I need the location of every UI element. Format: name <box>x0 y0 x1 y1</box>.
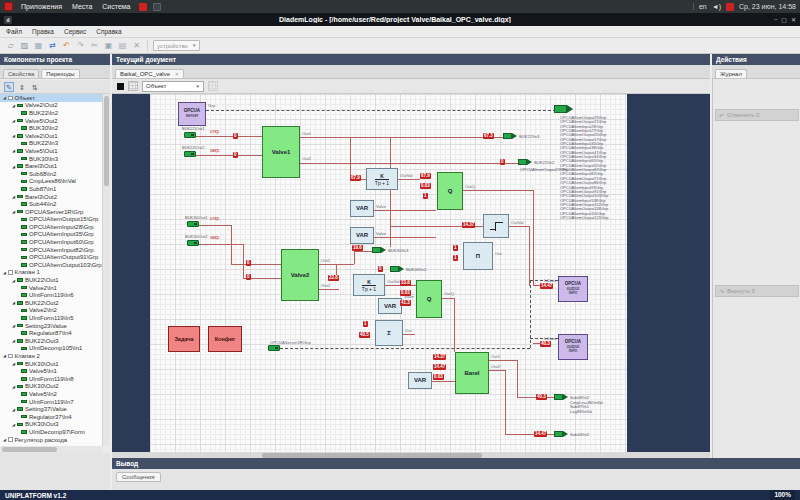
tab-properties[interactable]: Свойства <box>3 69 39 78</box>
tree-item[interactable]: UIntForm119\In6 <box>0 291 102 299</box>
tree-item[interactable]: ◢BUK22\Out3 <box>0 337 102 345</box>
toolbar-open-icon[interactable]: ▨ <box>19 40 30 51</box>
tree-item[interactable]: ◢BUK30\Out3 <box>0 421 102 429</box>
tree-item[interactable]: Regulator87\In4 <box>0 329 102 337</box>
tree-item[interactable]: BUK30\In2 <box>0 124 102 132</box>
desktop-menu-system[interactable]: Система <box>100 3 132 10</box>
desktop-menu-applications[interactable]: Приложения <box>19 3 64 10</box>
zoom-level[interactable]: 100% <box>770 490 795 500</box>
device-dropdown[interactable]: устройство ▼ <box>153 40 200 51</box>
tree-item[interactable]: Valve5\In2 <box>0 390 102 398</box>
stop-icon[interactable] <box>117 83 124 90</box>
grid-toggle-icon[interactable] <box>128 81 138 91</box>
maximize-icon[interactable]: ▢ <box>781 16 787 23</box>
tree-item[interactable]: UIntForm119\In7 <box>0 398 102 406</box>
panel-launcher-icon[interactable] <box>139 3 147 11</box>
tree-item[interactable]: BUK30\In3 <box>0 155 102 163</box>
block-barel[interactable]: Barel <box>455 352 489 394</box>
toolbar-save-icon[interactable]: ▦ <box>33 40 44 51</box>
tree-item[interactable]: Valve5\In1 <box>0 367 102 375</box>
tree-item[interactable]: UIntForm119\In5 <box>0 314 102 322</box>
block-sum1[interactable]: Σ <box>375 320 403 346</box>
input-connector[interactable] <box>184 132 196 138</box>
input-connector[interactable] <box>184 151 196 157</box>
toolbar-sync-icon[interactable]: ⇄ <box>47 40 58 51</box>
tab-journal[interactable]: Журнал <box>715 69 747 78</box>
output-connector[interactable] <box>518 159 527 165</box>
tree-item[interactable]: ◢Barel3\Out2 <box>0 193 102 201</box>
sort-arrows-icon[interactable]: ⇅ <box>30 82 40 92</box>
desktop-menu-places[interactable]: Места <box>70 3 94 10</box>
diagram-canvas[interactable]: OPCUAserverValve1KTp + 1QVARVARΠValve2KT… <box>112 94 710 452</box>
distro-logo-icon[interactable] <box>4 2 13 11</box>
block-opcua-server[interactable]: OPCUAserver <box>178 102 206 126</box>
block-konfig[interactable]: Конфиг <box>208 326 242 352</box>
output-connector[interactable] <box>554 105 567 113</box>
block-var1[interactable]: VAR <box>350 200 374 217</box>
tree-item[interactable]: OPCUAItemOutput103\Grp <box>0 261 102 269</box>
block-k1[interactable]: KTp + 1 <box>366 168 398 190</box>
block-q1[interactable]: Q <box>437 172 463 210</box>
block-zadacha[interactable]: Задача <box>168 326 200 352</box>
diagram-paper[interactable]: OPCUAserverValve1KTp + 1QVARVARΠValve2KT… <box>150 94 627 452</box>
close-icon[interactable]: ✕ <box>791 16 796 23</box>
output-connector[interactable] <box>390 266 399 272</box>
window-title-bar[interactable]: d DiademLogic - [/home/user/Red/project … <box>0 13 800 26</box>
toolbar-redo-icon[interactable]: ↷ <box>75 40 86 51</box>
output-connector[interactable] <box>554 431 563 437</box>
tree-item[interactable]: ◢Клапан 2 <box>0 352 102 360</box>
tree-item[interactable]: UIntDecomp105\In1 <box>0 345 102 353</box>
toolbar-copy-icon[interactable]: ▣ <box>103 40 114 51</box>
menu-file[interactable]: Файл <box>6 28 22 35</box>
input-connector[interactable] <box>268 345 280 351</box>
block-opcua-out1[interactable]: OPCUAoutputitem <box>558 276 588 302</box>
tree-item[interactable]: BUK22\In2 <box>0 109 102 117</box>
tree-item[interactable]: ◢Barel3\Out1 <box>0 162 102 170</box>
volume-icon[interactable]: ◄) <box>712 3 721 10</box>
object-dropdown[interactable]: Объект ▼ <box>142 81 204 92</box>
block-var3[interactable]: VAR <box>378 298 402 314</box>
tree-item[interactable]: UIntForm119\In8 <box>0 375 102 383</box>
tray-status-icon[interactable] <box>726 3 734 11</box>
tab-close-icon[interactable]: ✕ <box>175 71 179 77</box>
tree-item[interactable]: OPCUAItemInput60\Grp <box>0 238 102 246</box>
tree-item[interactable]: ◢Valve2\Out1 <box>0 132 102 140</box>
sort-updown-icon[interactable]: ⇕ <box>17 82 27 92</box>
tree-item[interactable]: ◢Valve5\Out2 <box>0 117 102 125</box>
output-connector[interactable] <box>554 394 563 400</box>
tree-item[interactable]: ◢BUK22\Out1 <box>0 276 102 284</box>
toolbar-new-file-icon[interactable]: ▱ <box>5 40 16 51</box>
tree-item[interactable]: ◢Valve5\Out1 <box>0 147 102 155</box>
tree-item[interactable]: ◢Объект <box>0 94 102 102</box>
tree-item[interactable]: Sub44\In2 <box>0 200 102 208</box>
tree-item[interactable]: ◢Valve2\Out2 <box>0 102 102 110</box>
tree-item[interactable]: OPCUAItemInput35\Grp <box>0 231 102 239</box>
tree-item[interactable]: ◢BUK30\Out1 <box>0 360 102 368</box>
edit-pencil-icon[interactable]: ✎ <box>4 82 14 92</box>
tree-item[interactable]: ◢Регулятор расхода <box>0 436 102 444</box>
toolbar-cut-icon[interactable]: ✂ <box>89 40 100 51</box>
tree-item[interactable]: ◢BUK22\Out2 <box>0 299 102 307</box>
output-connector[interactable] <box>503 133 512 139</box>
tree-item[interactable]: BUK22\In3 <box>0 140 102 148</box>
block-q2[interactable]: Q <box>416 280 442 318</box>
panel-app-icon[interactable] <box>153 3 161 11</box>
clock[interactable]: Ср, 23 июн, 14:58 <box>739 3 796 10</box>
tree-item[interactable]: ◢Setting23\Value <box>0 322 102 330</box>
tree-horizontal-scrollbar[interactable] <box>0 446 103 453</box>
block-relay1[interactable] <box>483 214 509 238</box>
tree-item[interactable]: Valve2\In1 <box>0 284 102 292</box>
tree-item[interactable]: OPCUAItemInput82\Grp <box>0 246 102 254</box>
tree-item[interactable]: Regulator37\In4 <box>0 413 102 421</box>
minimize-icon[interactable]: ‒ <box>774 16 777 23</box>
keyboard-layout-indicator[interactable]: en <box>693 3 707 10</box>
block-var2[interactable]: VAR <box>350 227 374 244</box>
tree-item[interactable]: CmpLess86\InVal <box>0 178 102 186</box>
document-tab[interactable]: Baikal_OPC_valve ✕ <box>115 69 184 78</box>
layout-icon[interactable] <box>208 81 218 91</box>
tree-item[interactable]: Sub87\In1 <box>0 185 102 193</box>
tree-item[interactable]: OPCUAItemOutput15\Grp <box>0 216 102 224</box>
output-connector[interactable] <box>372 247 381 253</box>
block-valve2[interactable]: Valve2 <box>281 249 319 301</box>
block-valve1[interactable]: Valve1 <box>262 126 300 178</box>
